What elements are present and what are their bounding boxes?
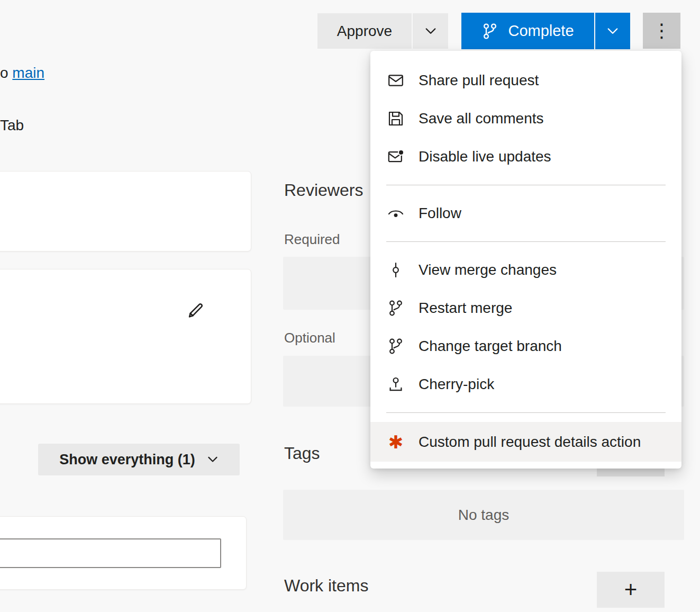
pencil-icon	[186, 300, 206, 320]
work-items-heading: Work items	[284, 576, 368, 596]
branch-icon	[387, 337, 405, 355]
required-label: Required	[284, 231, 340, 248]
complete-button[interactable]: Complete	[461, 13, 594, 49]
optional-label: Optional	[284, 330, 335, 346]
tags-heading: Tags	[284, 444, 320, 463]
complete-dropdown-button[interactable]	[595, 13, 630, 49]
tab-text: Tab	[0, 117, 24, 134]
more-actions-button[interactable]: ⋮	[643, 13, 680, 49]
branch-icon	[481, 23, 498, 40]
approve-split-button: Approve	[317, 13, 448, 49]
menu-divider	[386, 241, 666, 242]
follow-icon	[387, 204, 405, 222]
menu-divider	[386, 412, 666, 413]
menu-item-label: Custom pull request details action	[419, 434, 641, 451]
chevron-down-icon	[207, 454, 219, 465]
reviewers-heading: Reviewers	[284, 181, 363, 200]
cherry-pick-icon	[387, 375, 405, 393]
mail-icon	[387, 71, 405, 89]
menu-item-label: Share pull request	[419, 72, 539, 89]
complete-split-button: Complete	[461, 13, 630, 49]
complete-button-label: Complete	[508, 22, 574, 40]
chevron-down-icon	[424, 25, 437, 38]
branch-icon	[387, 299, 405, 317]
menu-item-save-all-comments[interactable]: Save all comments	[370, 100, 681, 138]
menu-item-label: Save all comments	[419, 110, 544, 127]
no-tags-label: No tags	[458, 507, 510, 524]
branch-prefix: o	[0, 65, 12, 81]
save-icon	[387, 110, 405, 128]
edit-description-button[interactable]	[181, 295, 211, 325]
menu-item-label: Follow	[419, 205, 461, 222]
menu-item-disable-live-updates[interactable]: Disable live updates	[370, 138, 681, 176]
extension-icon: ✱	[387, 433, 405, 451]
pull-request-page: Approve Complete ⋮ o main Tab Show every…	[0, 0, 700, 612]
menu-item-label: Change target branch	[419, 338, 562, 355]
menu-item-restart-merge[interactable]: Restart merge	[370, 289, 681, 327]
menu-item-label: Restart merge	[419, 300, 512, 317]
detail-card	[0, 171, 251, 251]
comment-input[interactable]	[0, 538, 221, 568]
plus-icon: +	[624, 577, 638, 602]
approve-dropdown-button[interactable]	[413, 13, 448, 49]
menu-item-label: Cherry-pick	[419, 376, 494, 393]
chevron-down-icon	[606, 25, 619, 38]
menu-item-custom-pull-request-details-action[interactable]: ✱ Custom pull request details action	[370, 422, 681, 462]
menu-item-label: View merge changes	[419, 262, 557, 278]
target-branch-line: o main	[0, 65, 44, 82]
no-tags-box: No tags	[283, 490, 684, 540]
mail-badge-icon	[387, 148, 405, 166]
description-card	[0, 269, 251, 404]
menu-item-view-merge-changes[interactable]: View merge changes	[370, 251, 681, 289]
menu-item-share-pull-request[interactable]: Share pull request	[370, 61, 681, 100]
menu-item-change-target-branch[interactable]: Change target branch	[370, 327, 681, 365]
menu-item-follow[interactable]: Follow	[370, 194, 681, 232]
show-everything-dropdown[interactable]: Show everything (1)	[38, 444, 240, 475]
menu-item-label: Disable live updates	[419, 148, 551, 165]
approve-button[interactable]: Approve	[317, 13, 412, 49]
more-vertical-icon: ⋮	[652, 21, 671, 40]
main-branch-link[interactable]: main	[12, 65, 44, 81]
more-actions-menu: Share pull request Save all comments Dis…	[370, 51, 681, 469]
menu-item-cherry-pick[interactable]: Cherry-pick	[370, 365, 681, 403]
filter-label: Show everything (1)	[59, 452, 195, 468]
add-work-item-button[interactable]: +	[597, 572, 665, 608]
commit-icon	[387, 261, 405, 279]
menu-divider	[386, 185, 666, 185]
